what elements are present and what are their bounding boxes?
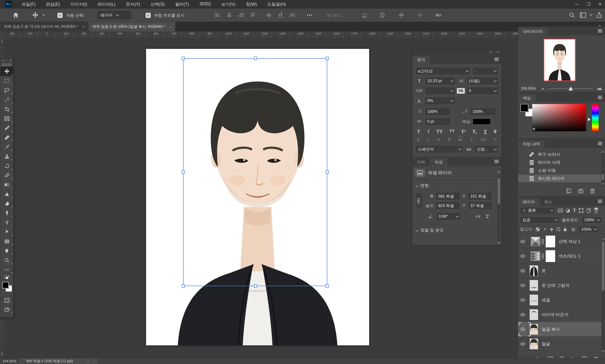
menu-select[interactable]: 선택(S)	[151, 1, 165, 7]
show-transform-checkbox[interactable]: ✓	[146, 13, 151, 18]
font-style-select[interactable]: -	[472, 67, 499, 75]
filter-toggle[interactable]	[594, 207, 599, 214]
anti-alias-select[interactable]: 선명...	[474, 145, 499, 153]
search-icon[interactable]	[568, 12, 576, 19]
layer-row-collarbone[interactable]: 쇄골	[518, 293, 605, 307]
layer-mask-thumbnail[interactable]	[545, 250, 555, 262]
height-input[interactable]: 923 픽셀	[436, 202, 460, 210]
document-tab-1[interactable]: 제목 없음-2 @ 72.1% (레이어 44, RGB/8#) * ×	[0, 22, 89, 31]
layer-thumbnail[interactable]	[529, 309, 538, 320]
layer-name[interactable]: 색조/채도 1	[559, 253, 580, 259]
y-input[interactable]: 37 픽셀	[468, 202, 492, 210]
history-item-healing-brush[interactable]: 복구 브러시	[518, 150, 601, 158]
zoom-slider-thumb[interactable]	[569, 87, 573, 91]
stylistic-alternates-button[interactable]: aa	[458, 137, 463, 142]
quick-mask-button[interactable]	[0, 296, 14, 305]
ligatures-button[interactable]: fi	[417, 137, 420, 142]
menu-window[interactable]: 창(W)	[246, 1, 257, 7]
history-item-duplicate-layer[interactable]: 복사한 레이어	[518, 174, 601, 182]
window-minimize-button[interactable]: —	[575, 2, 579, 7]
move-tool[interactable]	[0, 66, 14, 76]
history-source-checkbox[interactable]	[520, 176, 525, 181]
menu-view[interactable]: 보기(V)	[221, 1, 235, 7]
layer-name[interactable]: 옷 안에 그림자	[542, 283, 570, 288]
auto-select-checkbox[interactable]: ✓	[57, 13, 63, 18]
menu-help[interactable]: 도움말(H)	[267, 1, 286, 7]
hue-slider[interactable]	[592, 104, 599, 131]
move-preset-chevron-icon[interactable]	[42, 13, 45, 16]
navigator-zoom-slider[interactable]	[548, 88, 593, 89]
document-tab-2[interactable]: 제목 없음-5 @ 105% (얼굴 복사, RGB/8#) * ×	[89, 22, 176, 31]
frame-tool[interactable]	[0, 114, 14, 123]
layer-name[interactable]: 옷	[542, 268, 546, 273]
workspace-chevron-icon[interactable]	[589, 13, 592, 16]
text-color-swatch[interactable]	[473, 118, 491, 125]
toolbar-collapse-icon[interactable]: »	[2, 59, 4, 62]
layer-mask-thumbnail[interactable]	[545, 235, 555, 248]
zoom-out-small-icon[interactable]	[542, 88, 544, 90]
lock-all-icon[interactable]	[563, 227, 567, 232]
3d-orbit-icon[interactable]	[361, 12, 368, 19]
angle-select[interactable]: 0.00°	[436, 212, 461, 221]
link-wh-icon[interactable]	[415, 192, 423, 209]
edit-toolbar-icon[interactable]	[0, 265, 14, 274]
layer-row-face-copy[interactable]: 얼굴 복사	[518, 322, 605, 337]
align-middle-v-icon[interactable]	[265, 12, 272, 19]
menu-filter[interactable]: 필터(T)	[175, 1, 189, 7]
visibility-eye-icon[interactable]	[518, 293, 527, 307]
layer-name[interactable]: 쇄골	[542, 297, 550, 303]
history-source-checkbox[interactable]	[520, 168, 525, 173]
handle-middle-left[interactable]	[182, 170, 185, 174]
transform-section-header[interactable]: 변형	[416, 183, 501, 188]
smudge-tool[interactable]	[0, 199, 14, 208]
visibility-eye-icon[interactable]	[518, 263, 527, 278]
3d-pan-icon[interactable]	[398, 12, 405, 19]
history-brush-tool[interactable]	[0, 161, 14, 170]
align-center-h-icon[interactable]	[226, 12, 233, 19]
layer-row-selective-color[interactable]: 선택 색상 1	[518, 234, 605, 249]
transform-bounding-box[interactable]	[183, 58, 327, 286]
eraser-tool[interactable]	[0, 170, 14, 180]
dock-collapse-icon[interactable]: »	[599, 23, 601, 27]
hue-saturation-adjustment-icon[interactable]	[531, 251, 540, 261]
character-menu-icon[interactable]	[495, 58, 499, 61]
align-left-icon[interactable]	[214, 12, 221, 19]
layer-thumbnail[interactable]	[529, 338, 538, 350]
color-menu-icon[interactable]	[598, 96, 602, 99]
align-right-icon[interactable]	[237, 12, 245, 19]
handle-bottom-center[interactable]	[254, 284, 257, 288]
toolbar-grip[interactable]	[2, 63, 11, 66]
status-chevron-icon[interactable]: 〉	[87, 359, 91, 363]
layer-row-shadow-in-clothes[interactable]: 옷 안에 그림자	[518, 278, 605, 293]
lock-position-icon[interactable]	[549, 227, 554, 232]
layer-thumbnail[interactable]	[529, 280, 538, 291]
eyedropper-tool[interactable]	[0, 123, 14, 133]
layer-name[interactable]: 얼굴	[542, 341, 550, 347]
underline-button[interactable]: T	[484, 129, 487, 134]
rectangle-tool[interactable]	[0, 236, 14, 246]
color-foreground-swatch[interactable]	[520, 104, 528, 112]
layer-row-hue-saturation[interactable]: 색조/채도 1	[518, 249, 605, 263]
layer-filter-select[interactable]: 종류	[520, 207, 555, 214]
hand-tool[interactable]	[0, 246, 14, 255]
foreground-color-swatch[interactable]	[2, 282, 9, 288]
history-menu-icon[interactable]	[598, 142, 602, 145]
menu-type[interactable]: 문자(Y)	[126, 1, 140, 7]
sharpen-tool[interactable]	[0, 189, 14, 199]
layer-row-clothes[interactable]: 옷	[518, 263, 605, 278]
filter-shape-layers-icon[interactable]	[578, 208, 584, 213]
tsume-select[interactable]: 0%	[425, 97, 455, 105]
font-family-select[interactable]: a고딕12	[415, 67, 471, 75]
visibility-eye-icon[interactable]	[518, 278, 527, 293]
tab-history[interactable]: 작업 내역	[518, 140, 545, 148]
navigator-zoom-value[interactable]: 104.55%	[521, 86, 537, 91]
navigator-menu-icon[interactable]	[598, 29, 602, 33]
tracking-select[interactable]: 0	[466, 87, 499, 95]
brush-tool[interactable]	[0, 142, 14, 152]
document-tab-2-close-icon[interactable]: ×	[170, 25, 172, 29]
all-caps-button[interactable]: TT	[436, 129, 443, 134]
small-caps-button[interactable]: TT	[449, 129, 454, 134]
lock-transparency-icon[interactable]	[536, 227, 540, 232]
properties-menu-icon[interactable]	[495, 160, 499, 163]
filter-pixel-layers-icon[interactable]	[558, 208, 563, 213]
